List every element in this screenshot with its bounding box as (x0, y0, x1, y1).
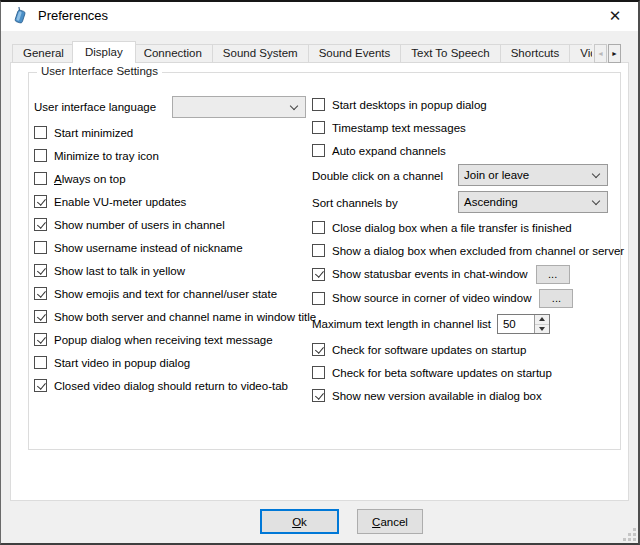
dropdown-sort-channels-by[interactable]: Ascending (458, 191, 608, 213)
checkbox-row: Start video in popup dialog (34, 351, 311, 374)
combo-label: Sort channels by (312, 197, 398, 209)
checkbox-label: Show number of users in channel (54, 219, 225, 231)
tab-sound-system[interactable]: Sound System (212, 44, 309, 63)
right-column: Start desktops in popup dialogTimestamp … (312, 93, 615, 407)
user-interface-settings-group: User Interface Settings User interface l… (28, 72, 621, 450)
checkbox-show-emojis-and-text-for-channel[interactable] (34, 287, 47, 300)
tab-sound-events[interactable]: Sound Events (308, 44, 402, 63)
checkbox-row: Show source in corner of video window... (312, 286, 615, 310)
chevron-down-icon (290, 101, 298, 109)
checkbox-row: Check for software updates on startup (312, 338, 615, 361)
checkbox-row: Show statusbar events in chat-window... (312, 262, 615, 286)
checkbox-label: Show new version available in dialog box (332, 390, 542, 402)
dropdown-double-click-on-a-channel[interactable]: Join or leave (458, 164, 608, 186)
chevron-down-icon (592, 196, 600, 204)
spinner-value: 50 (498, 315, 534, 333)
checkbox-label: Timestamp text messages (332, 122, 466, 134)
checkbox-label: Show statusbar events in chat-window (332, 268, 528, 280)
checkbox-row: Minimize to tray icon (34, 144, 311, 167)
language-dropdown[interactable] (172, 96, 306, 118)
tab-bar: GeneralDisplayConnectionSound SystemSoun… (10, 41, 592, 63)
tab-connection[interactable]: Connection (133, 44, 213, 63)
checkbox-close-dialog-box-when-a-file-tra[interactable] (312, 221, 325, 234)
checkbox-row: Show emojis and text for channel/user st… (34, 282, 311, 305)
checkbox-always-on-top[interactable] (34, 172, 47, 185)
ok-button[interactable]: Ok (260, 509, 339, 534)
checkbox-label: Check for software updates on startup (332, 344, 526, 356)
checkbox-show-number-of-users-in-channel[interactable] (34, 218, 47, 231)
checkbox-show-both-server-and-channel-nam[interactable] (34, 310, 47, 323)
tab-video[interactable]: Video (569, 44, 592, 63)
spin-down-icon[interactable] (535, 324, 549, 334)
ellipsis-button-show-source-in-corner-of-video-w[interactable]: ... (539, 289, 573, 308)
checkbox-label: Check for beta software updates on start… (332, 367, 552, 379)
checkbox-show-statusbar-events-in-chat-wi[interactable] (312, 268, 325, 281)
checkbox-row: Closed video dialog should return to vid… (34, 374, 311, 397)
cancel-button[interactable]: Cancel (357, 509, 423, 534)
checkbox-closed-video-dialog-should-retur[interactable] (34, 379, 47, 392)
checkbox-label: Always on top (54, 173, 126, 185)
checkbox-check-for-beta-software-updates-[interactable] (312, 366, 325, 379)
checkbox-row: Show number of users in channel (34, 213, 311, 236)
checkbox-show-a-dialog-box-when-excluded-[interactable] (312, 244, 325, 257)
dropdown-value: Join or leave (464, 169, 529, 181)
checkbox-row: Auto expand channels (312, 139, 615, 162)
tab-display[interactable]: Display (72, 41, 136, 63)
checkbox-row: Always on top (34, 167, 311, 190)
chevron-down-icon (592, 169, 600, 177)
group-title: User Interface Settings (37, 65, 162, 77)
tab-text-to-speech[interactable]: Text To Speech (400, 44, 500, 63)
spin-up-icon (539, 317, 545, 321)
title-bar[interactable]: Preferences ✕ (0, 0, 640, 31)
checkbox-show-new-version-available-in-di[interactable] (312, 389, 325, 402)
checkbox-start-minimized[interactable] (34, 126, 47, 139)
checkbox-label: Close dialog box when a file transfer is… (332, 222, 572, 234)
checkbox-label: Closed video dialog should return to vid… (54, 380, 288, 392)
checkbox-row: Enable VU-meter updates (34, 190, 311, 213)
checkbox-label: Show username instead of nickname (54, 242, 243, 254)
left-column: User interface language Start minimizedM… (34, 93, 311, 397)
checkbox-minimize-to-tray-icon[interactable] (34, 149, 47, 162)
combo-label: Double click on a channel (312, 170, 443, 182)
spin-down-icon (539, 327, 545, 331)
resize-grip[interactable] (623, 528, 636, 541)
close-icon[interactable]: ✕ (594, 2, 636, 30)
checkbox-label: Start minimized (54, 127, 133, 139)
tab-scroll-left-icon[interactable]: ◄ (594, 44, 607, 63)
checkbox-show-last-to-talk-in-yellow[interactable] (34, 264, 47, 277)
checkbox-label: Popup dialog when receiving text message (54, 334, 273, 346)
checkbox-row: Show a dialog box when excluded from cha… (312, 239, 615, 262)
checkbox-label: Show both server and channel name in win… (54, 311, 316, 323)
checkbox-label: Show source in corner of video window (332, 292, 531, 304)
checkbox-label: Enable VU-meter updates (54, 196, 186, 208)
checkbox-check-for-software-updates-on-st[interactable] (312, 343, 325, 356)
checkbox-label: Start video in popup dialog (54, 357, 190, 369)
checkbox-row: Timestamp text messages (312, 116, 615, 139)
checkbox-enable-vu-meter-updates[interactable] (34, 195, 47, 208)
checkbox-label: Show emojis and text for channel/user st… (54, 288, 277, 300)
spinner-maximum-text-length-in-channel-l[interactable]: 50 (497, 314, 550, 334)
spin-up-icon[interactable] (535, 315, 549, 324)
checkbox-label: Start desktops in popup dialog (332, 99, 487, 111)
checkbox-row: Show both server and channel name in win… (34, 305, 311, 328)
window-title: Preferences (38, 0, 108, 31)
app-icon (11, 7, 29, 25)
language-label: User interface language (34, 101, 156, 113)
checkbox-row: Start minimized (34, 121, 311, 144)
checkbox-start-desktops-in-popup-dialog[interactable] (312, 98, 325, 111)
checkbox-timestamp-text-messages[interactable] (312, 121, 325, 134)
tab-scroll-buttons: ◄ ► (593, 44, 621, 63)
checkbox-start-video-in-popup-dialog[interactable] (34, 356, 47, 369)
ellipsis-button-show-statusbar-events-in-chat-wi[interactable]: ... (536, 265, 570, 284)
checkbox-show-username-instead-of-nicknam[interactable] (34, 241, 47, 254)
spinner-row: Maximum text length in channel list50 (312, 310, 615, 338)
tab-shortcuts[interactable]: Shortcuts (500, 44, 571, 63)
checkbox-row: Show last to talk in yellow (34, 259, 311, 282)
dropdown-value: Ascending (464, 196, 518, 208)
tab-general[interactable]: General (12, 44, 75, 63)
checkbox-auto-expand-channels[interactable] (312, 144, 325, 157)
tab-scroll-right-icon[interactable]: ► (608, 44, 621, 63)
checkbox-popup-dialog-when-receiving-text[interactable] (34, 333, 47, 346)
display-tab-panel: User Interface Settings User interface l… (10, 62, 629, 501)
checkbox-show-source-in-corner-of-video-w[interactable] (312, 292, 325, 305)
